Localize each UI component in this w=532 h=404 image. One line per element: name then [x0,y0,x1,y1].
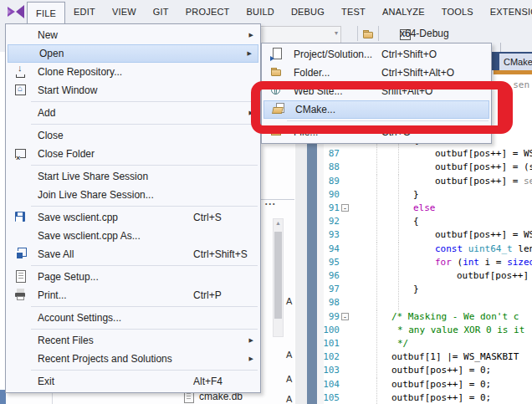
code-line: 104outbuf[pos++] = 0; [294,378,532,392]
menu-item-save-wsclient-cpp-as[interactable]: Save wsclient.cpp As... [6,227,260,245]
configuration-dropdown[interactable]: x64-Debug [400,28,449,39]
code-segment: outbuf[pos++] = (se [435,161,532,172]
scroll-up-arrow-icon[interactable]: ▲ [274,220,282,226]
menu-item-label: Save wsclient.cpp [38,208,118,227]
menu-item-start-window[interactable]: Start Window [6,81,260,100]
scrollbar-thumb[interactable] [274,232,282,319]
menu-item-print[interactable]: Print...Ctrl+P [6,286,260,304]
line-number: 99 [320,310,340,324]
menubar-item-debug[interactable]: DEBUG [283,0,333,23]
menu-item-recent-projects-and-solutions[interactable]: Recent Projects and Solutions▶ [6,350,260,368]
toolbar-disabled-combobox[interactable]: ▾ [259,26,341,43]
code-segment: sizeof [507,257,532,268]
menu-item-label: Close Folder [38,145,95,163]
menubar-item-analyze[interactable]: ANALYZE [374,0,433,23]
code-segment: i = [479,257,507,268]
menu-item-exit[interactable]: ExitAlt+F4 [6,372,260,391]
menu-item-join-live-share-session[interactable]: Join Live Share Session... [6,186,260,204]
menu-item-account-settings[interactable]: Account Settings... [6,309,260,327]
menubar-item-view[interactable]: VIEW [104,0,145,23]
solution-explorer-scrollbar[interactable]: ▲ [273,218,284,337]
menubar-item-tools[interactable]: TOOLS [433,0,482,23]
code-segment: sen [524,176,532,187]
code-segment: uint64_t [468,243,513,254]
menu-item-clone-repository[interactable]: Clone Repository... [6,63,260,81]
menubar-item-file[interactable]: FILE [27,2,65,23]
code-segment: outbuf[pos++] = [435,176,524,187]
icon-spacer [14,334,28,347]
icon-spacer [14,188,28,202]
code-line: 90} [294,188,532,202]
menu-item-recent-files[interactable]: Recent Files▶ [6,331,260,350]
menu-item-add[interactable]: Add▶ [6,104,260,122]
save-icon [14,211,28,224]
indent-guide [398,161,399,175]
indent-guide [398,202,399,216]
indent-guide [376,243,377,257]
indent-guide [376,364,377,378]
indent-guide [398,243,399,257]
menu-item-label: Account Settings... [38,309,121,327]
git-status-badge: A [286,394,292,404]
menu-item-open[interactable]: Open▶ [8,44,258,63]
icon-spacer [14,311,28,325]
menu-item-new[interactable]: New▶ [6,26,260,44]
code-text: outbuf[pos++] = WS_ [435,228,532,242]
code-line: 92{ [294,215,532,229]
icon-spacer [14,352,28,366]
menubar-item-git[interactable]: GIT [145,0,177,23]
fold-collapse-icon[interactable]: - [341,204,349,212]
close-folder-icon [14,147,28,161]
menu-item-project-solution[interactable]: Project/Solution...Ctrl+Shift+O [262,45,491,64]
tab-cmake[interactable]: CMake [499,54,532,70]
overflow-button[interactable]: ••• [265,201,276,207]
menu-item-close-folder[interactable]: Close Folder [6,145,260,163]
menubar-item-extensions[interactable]: EXTENSIONS [482,0,532,23]
indent-guide [376,256,377,270]
indent-guide [398,228,399,243]
code-text: * any value XOR 0 is it [397,324,524,337]
menubar-item-test[interactable]: TEST [333,0,374,23]
save-all-icon [14,248,28,261]
menubar-item-project[interactable]: PROJECT [177,0,238,23]
open-folder-icon[interactable] [362,28,376,42]
indent-guide [398,147,399,161]
menu-item-shortcut: Alt+F4 [193,372,223,391]
menubar-item-build[interactable]: BUILD [238,0,283,23]
code-segment: } [413,284,419,294]
menu-item-save-wsclient-cpp[interactable]: Save wsclient.cppCtrl+S [6,208,260,227]
code-segment: /* Masking - We don't c [391,311,519,322]
line-number: 94 [320,243,340,256]
menu-item-cmake[interactable]: CMake... [263,100,489,119]
code-text: else [413,202,436,215]
code-text: } [413,283,419,296]
menu-item-close[interactable]: Close [6,126,260,145]
icon-spacer [14,229,28,243]
code-line: 99-/* Masking - We don't c [294,310,532,325]
menu-item-web-site[interactable]: Web Site...Shift+Alt+O [262,82,491,100]
menu-item-save-all[interactable]: Save AllCtrl+Shift+S [6,245,260,263]
fold-collapse-icon[interactable]: - [341,313,349,320]
menubar-item-edit[interactable]: EDIT [65,0,104,23]
indent-guide [376,175,377,189]
open-file-icon [270,125,284,139]
menu-item-start-live-share-session[interactable]: Start Live Share Session [6,167,260,186]
visual-studio-window: FILEEDITVIEWGITPROJECTBUILDDEBUGTESTANAL… [0,0,532,404]
menu-item-file[interactable]: File...Ctrl+O [262,123,491,141]
indent-guide [398,283,399,297]
code-line: 101*/ [294,337,532,351]
menu-item-page-setup[interactable]: Page Setup... [6,268,260,286]
code-line: 100* any value XOR 0 is it [294,324,532,338]
clone-repository-icon [14,65,28,79]
code-segment: <= [500,120,517,131]
indent-guide [376,202,377,216]
menu-item-label: Open [39,44,64,63]
menubar: FILEEDITVIEWGITPROJECTBUILDDEBUGTESTANAL… [0,0,532,23]
menu-item-label: Page Setup... [38,268,99,286]
menu-item-folder[interactable]: Folder...Ctrl+Shift+Alt+O [262,64,491,82]
indent-guide [376,391,377,404]
code-line: 91-else [294,202,532,216]
code-text: } [413,188,419,202]
code-segment: const [435,243,468,254]
code-line: 103outbuf[pos++] = 0; [294,364,532,378]
